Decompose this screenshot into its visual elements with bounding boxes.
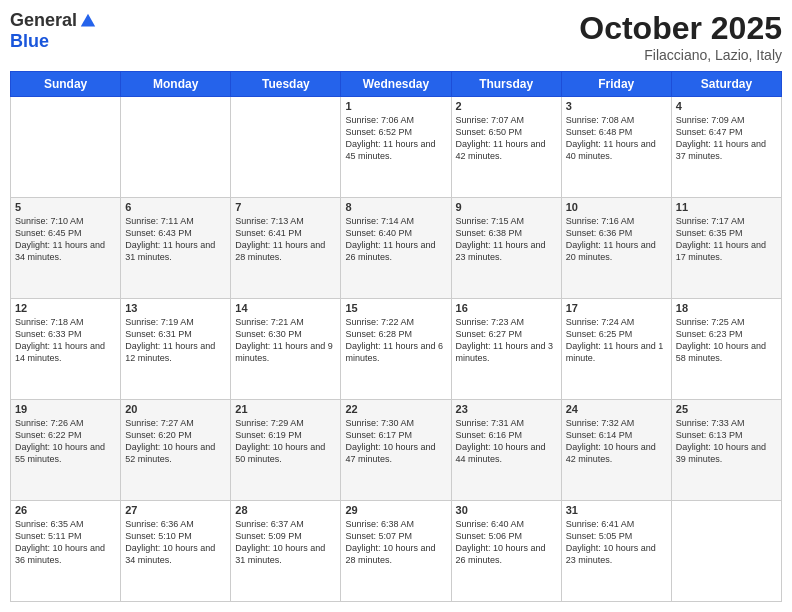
day-info: Sunrise: 6:38 AM Sunset: 5:07 PM Dayligh… [345,518,446,567]
calendar-cell [231,97,341,198]
day-info: Sunrise: 7:27 AM Sunset: 6:20 PM Dayligh… [125,417,226,466]
day-number: 19 [15,403,116,415]
day-number: 23 [456,403,557,415]
day-info: Sunrise: 7:17 AM Sunset: 6:35 PM Dayligh… [676,215,777,264]
logo-blue: Blue [10,31,49,52]
day-number: 5 [15,201,116,213]
calendar-cell: 3Sunrise: 7:08 AM Sunset: 6:48 PM Daylig… [561,97,671,198]
day-number: 2 [456,100,557,112]
day-number: 11 [676,201,777,213]
calendar-cell: 11Sunrise: 7:17 AM Sunset: 6:35 PM Dayli… [671,198,781,299]
day-number: 20 [125,403,226,415]
calendar-cell: 2Sunrise: 7:07 AM Sunset: 6:50 PM Daylig… [451,97,561,198]
day-number: 15 [345,302,446,314]
day-number: 31 [566,504,667,516]
day-number: 16 [456,302,557,314]
calendar-cell [121,97,231,198]
calendar-cell: 19Sunrise: 7:26 AM Sunset: 6:22 PM Dayli… [11,400,121,501]
day-number: 22 [345,403,446,415]
calendar-cell: 29Sunrise: 6:38 AM Sunset: 5:07 PM Dayli… [341,501,451,602]
day-number: 14 [235,302,336,314]
calendar-cell: 9Sunrise: 7:15 AM Sunset: 6:38 PM Daylig… [451,198,561,299]
day-number: 27 [125,504,226,516]
day-info: Sunrise: 7:31 AM Sunset: 6:16 PM Dayligh… [456,417,557,466]
col-saturday: Saturday [671,72,781,97]
calendar-cell: 21Sunrise: 7:29 AM Sunset: 6:19 PM Dayli… [231,400,341,501]
col-thursday: Thursday [451,72,561,97]
calendar-cell: 16Sunrise: 7:23 AM Sunset: 6:27 PM Dayli… [451,299,561,400]
col-wednesday: Wednesday [341,72,451,97]
calendar-cell: 20Sunrise: 7:27 AM Sunset: 6:20 PM Dayli… [121,400,231,501]
day-number: 9 [456,201,557,213]
location: Filacciano, Lazio, Italy [579,47,782,63]
day-info: Sunrise: 7:23 AM Sunset: 6:27 PM Dayligh… [456,316,557,365]
calendar-cell: 10Sunrise: 7:16 AM Sunset: 6:36 PM Dayli… [561,198,671,299]
day-number: 26 [15,504,116,516]
calendar-cell: 5Sunrise: 7:10 AM Sunset: 6:45 PM Daylig… [11,198,121,299]
calendar-cell: 15Sunrise: 7:22 AM Sunset: 6:28 PM Dayli… [341,299,451,400]
day-info: Sunrise: 7:18 AM Sunset: 6:33 PM Dayligh… [15,316,116,365]
calendar-cell: 4Sunrise: 7:09 AM Sunset: 6:47 PM Daylig… [671,97,781,198]
day-info: Sunrise: 7:30 AM Sunset: 6:17 PM Dayligh… [345,417,446,466]
calendar-cell: 8Sunrise: 7:14 AM Sunset: 6:40 PM Daylig… [341,198,451,299]
day-info: Sunrise: 7:06 AM Sunset: 6:52 PM Dayligh… [345,114,446,163]
day-info: Sunrise: 7:22 AM Sunset: 6:28 PM Dayligh… [345,316,446,365]
calendar-cell: 12Sunrise: 7:18 AM Sunset: 6:33 PM Dayli… [11,299,121,400]
calendar-cell: 1Sunrise: 7:06 AM Sunset: 6:52 PM Daylig… [341,97,451,198]
day-info: Sunrise: 7:10 AM Sunset: 6:45 PM Dayligh… [15,215,116,264]
calendar-cell: 28Sunrise: 6:37 AM Sunset: 5:09 PM Dayli… [231,501,341,602]
calendar-cell: 24Sunrise: 7:32 AM Sunset: 6:14 PM Dayli… [561,400,671,501]
calendar-cell: 22Sunrise: 7:30 AM Sunset: 6:17 PM Dayli… [341,400,451,501]
day-info: Sunrise: 7:32 AM Sunset: 6:14 PM Dayligh… [566,417,667,466]
day-number: 17 [566,302,667,314]
day-info: Sunrise: 7:33 AM Sunset: 6:13 PM Dayligh… [676,417,777,466]
calendar-week-row: 19Sunrise: 7:26 AM Sunset: 6:22 PM Dayli… [11,400,782,501]
day-info: Sunrise: 7:09 AM Sunset: 6:47 PM Dayligh… [676,114,777,163]
day-info: Sunrise: 7:26 AM Sunset: 6:22 PM Dayligh… [15,417,116,466]
svg-marker-0 [81,13,95,26]
calendar-cell: 27Sunrise: 6:36 AM Sunset: 5:10 PM Dayli… [121,501,231,602]
calendar-week-row: 1Sunrise: 7:06 AM Sunset: 6:52 PM Daylig… [11,97,782,198]
day-info: Sunrise: 7:19 AM Sunset: 6:31 PM Dayligh… [125,316,226,365]
logo-icon [79,12,97,30]
calendar-cell [11,97,121,198]
logo-general: General [10,10,77,31]
calendar-table: Sunday Monday Tuesday Wednesday Thursday… [10,71,782,602]
day-number: 30 [456,504,557,516]
day-info: Sunrise: 7:16 AM Sunset: 6:36 PM Dayligh… [566,215,667,264]
day-number: 7 [235,201,336,213]
day-info: Sunrise: 6:40 AM Sunset: 5:06 PM Dayligh… [456,518,557,567]
calendar-cell: 31Sunrise: 6:41 AM Sunset: 5:05 PM Dayli… [561,501,671,602]
calendar-cell: 6Sunrise: 7:11 AM Sunset: 6:43 PM Daylig… [121,198,231,299]
day-info: Sunrise: 7:15 AM Sunset: 6:38 PM Dayligh… [456,215,557,264]
day-info: Sunrise: 7:29 AM Sunset: 6:19 PM Dayligh… [235,417,336,466]
calendar-week-row: 5Sunrise: 7:10 AM Sunset: 6:45 PM Daylig… [11,198,782,299]
day-info: Sunrise: 7:07 AM Sunset: 6:50 PM Dayligh… [456,114,557,163]
logo: General Blue [10,10,97,52]
day-number: 10 [566,201,667,213]
calendar-cell: 17Sunrise: 7:24 AM Sunset: 6:25 PM Dayli… [561,299,671,400]
day-number: 21 [235,403,336,415]
calendar-cell [671,501,781,602]
day-number: 12 [15,302,116,314]
calendar-header-row: Sunday Monday Tuesday Wednesday Thursday… [11,72,782,97]
day-number: 24 [566,403,667,415]
calendar-cell: 7Sunrise: 7:13 AM Sunset: 6:41 PM Daylig… [231,198,341,299]
calendar-cell: 23Sunrise: 7:31 AM Sunset: 6:16 PM Dayli… [451,400,561,501]
day-number: 8 [345,201,446,213]
header: General Blue October 2025 Filacciano, La… [10,10,782,63]
calendar-cell: 18Sunrise: 7:25 AM Sunset: 6:23 PM Dayli… [671,299,781,400]
day-info: Sunrise: 7:24 AM Sunset: 6:25 PM Dayligh… [566,316,667,365]
day-info: Sunrise: 7:11 AM Sunset: 6:43 PM Dayligh… [125,215,226,264]
title-section: October 2025 Filacciano, Lazio, Italy [579,10,782,63]
day-number: 29 [345,504,446,516]
day-number: 18 [676,302,777,314]
day-info: Sunrise: 7:14 AM Sunset: 6:40 PM Dayligh… [345,215,446,264]
day-info: Sunrise: 7:25 AM Sunset: 6:23 PM Dayligh… [676,316,777,365]
day-number: 28 [235,504,336,516]
day-info: Sunrise: 6:41 AM Sunset: 5:05 PM Dayligh… [566,518,667,567]
day-number: 13 [125,302,226,314]
col-friday: Friday [561,72,671,97]
calendar-cell: 25Sunrise: 7:33 AM Sunset: 6:13 PM Dayli… [671,400,781,501]
day-info: Sunrise: 6:35 AM Sunset: 5:11 PM Dayligh… [15,518,116,567]
